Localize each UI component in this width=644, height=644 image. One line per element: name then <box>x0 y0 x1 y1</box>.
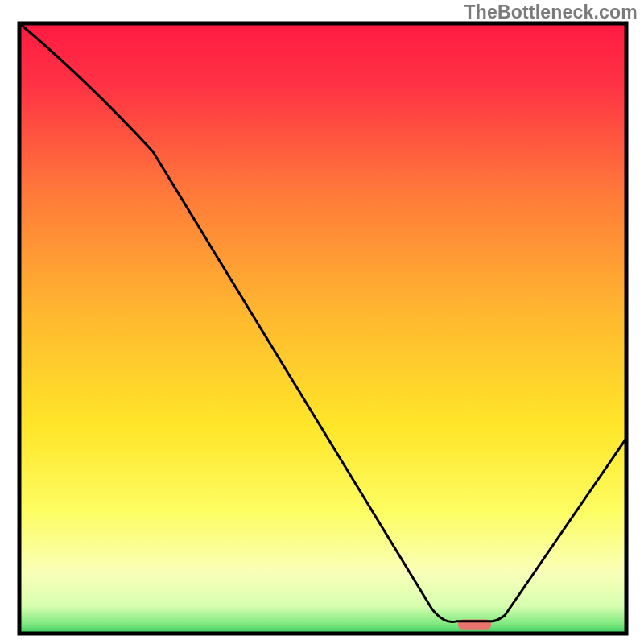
watermark-text: TheBottleneck.com <box>464 2 638 23</box>
plot-background <box>19 23 626 634</box>
chart-container: TheBottleneck.com <box>0 0 644 644</box>
bottleneck-chart <box>0 0 644 644</box>
